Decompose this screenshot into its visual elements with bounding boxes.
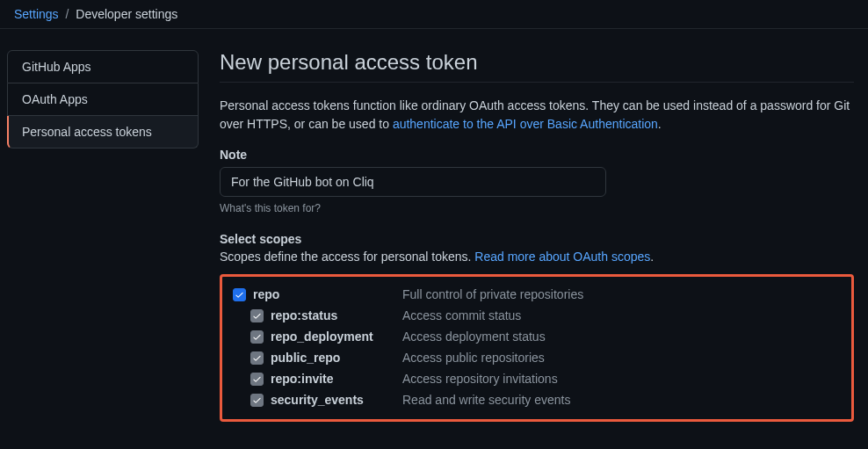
breadcrumb-current: Developer settings	[76, 7, 177, 21]
page-description: Personal access tokens function like ord…	[220, 97, 854, 134]
checkbox-public-repo[interactable]	[250, 351, 264, 365]
scope-row-repo-status: repo:status Access commit status	[233, 305, 841, 326]
scope-desc-repo-status: Access commit status	[402, 308, 521, 322]
scope-row-repo: repo Full control of private repositorie…	[233, 284, 841, 305]
note-label: Note	[220, 148, 854, 162]
sidebar-item-oauth-apps[interactable]: OAuth Apps	[7, 83, 199, 116]
scopes-label: Select scopes	[220, 232, 854, 246]
scope-row-repo-invite: repo:invite Access repository invitation…	[233, 368, 841, 389]
scope-name-security-events: security_events	[271, 393, 402, 407]
scope-row-security-events: security_events Read and write security …	[233, 389, 841, 410]
sidebar-item-github-apps[interactable]: GitHub Apps	[7, 50, 199, 83]
check-icon	[252, 395, 262, 405]
checkbox-repo-status[interactable]	[250, 309, 264, 322]
scope-desc-repo: Full control of private repositories	[402, 287, 583, 301]
scopes-desc-post: .	[650, 250, 654, 264]
scope-desc-repo-invite: Access repository invitations	[402, 372, 558, 386]
sidebar-item-personal-access-tokens[interactable]: Personal access tokens	[7, 116, 199, 148]
description-text-post: .	[658, 117, 662, 131]
highlight-box: repo Full control of private repositorie…	[220, 274, 854, 422]
check-icon	[235, 290, 244, 300]
note-input[interactable]	[220, 167, 606, 197]
content: New personal access token Personal acces…	[199, 50, 861, 422]
check-icon	[252, 353, 262, 363]
scope-desc-public-repo: Access public repositories	[402, 351, 545, 365]
breadcrumb-separator: /	[65, 7, 69, 21]
breadcrumb: Settings / Developer settings	[0, 0, 868, 29]
main-container: GitHub Apps OAuth Apps Personal access t…	[0, 29, 868, 422]
scope-row-repo-deployment: repo_deployment Access deployment status	[233, 326, 841, 347]
sidebar: GitHub Apps OAuth Apps Personal access t…	[7, 50, 199, 422]
checkbox-repo-deployment[interactable]	[250, 330, 264, 344]
scopes-desc-pre: Scopes define the access for personal to…	[220, 250, 474, 264]
page-title: New personal access token	[220, 50, 854, 83]
checkbox-security-events[interactable]	[250, 394, 264, 407]
check-icon	[252, 332, 262, 342]
scope-name-public-repo: public_repo	[271, 351, 402, 365]
check-icon	[252, 311, 262, 321]
scope-name-repo-status: repo:status	[271, 308, 402, 322]
scopes-description: Scopes define the access for personal to…	[220, 250, 854, 264]
scope-name-repo-invite: repo:invite	[271, 372, 402, 386]
scope-name-repo-deployment: repo_deployment	[271, 330, 402, 344]
scopes-read-more-link[interactable]: Read more about OAuth scopes	[474, 250, 650, 264]
checkbox-repo[interactable]	[233, 288, 246, 301]
scope-row-public-repo: public_repo Access public repositories	[233, 347, 841, 368]
scope-desc-repo-deployment: Access deployment status	[402, 330, 546, 344]
scopes-box: repo Full control of private repositorie…	[220, 274, 854, 422]
scope-desc-security-events: Read and write security events	[402, 393, 570, 407]
scope-name-repo: repo	[253, 287, 402, 301]
checkbox-repo-invite[interactable]	[250, 373, 264, 386]
note-help-text: What's this token for?	[220, 202, 854, 214]
breadcrumb-settings-link[interactable]: Settings	[14, 7, 59, 21]
description-auth-link[interactable]: authenticate to the API over Basic Authe…	[393, 117, 658, 131]
check-icon	[252, 374, 262, 384]
